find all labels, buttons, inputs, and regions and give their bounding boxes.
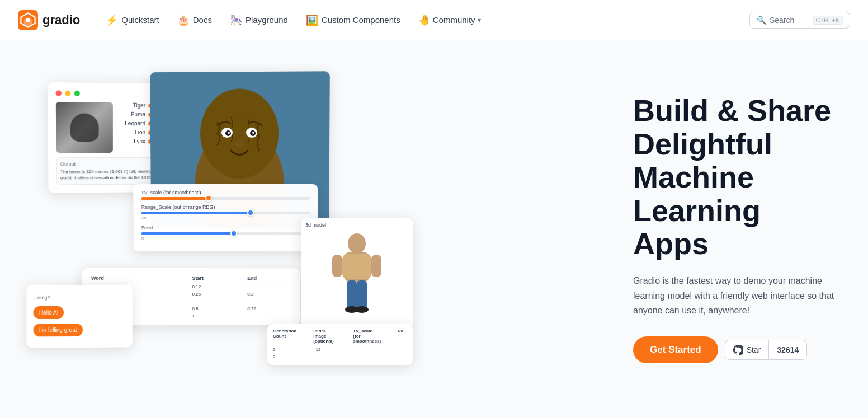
slider-range-label: Range_Scale (out of range RBG) <box>141 204 310 209</box>
slider-seed: Seed 0 25 <box>141 224 310 241</box>
nav-item-custom-components[interactable]: 🖼️ Custom Components <box>298 10 408 31</box>
chat-bubble-hello: Hello AI <box>34 306 126 318</box>
slider-tv-thumb[interactable] <box>205 194 212 201</box>
logo[interactable]: gradio <box>18 10 80 30</box>
dot-red <box>56 90 62 96</box>
hero-text: Build & Share Delightful Machine Learnin… <box>606 94 841 363</box>
cell <box>246 312 294 319</box>
playground-icon: 🎠 <box>230 14 242 26</box>
gen-count-card: Generation Count Initial Image (optional… <box>267 324 413 365</box>
star-button[interactable]: Star 32614 <box>725 340 808 360</box>
cell: 0.8 <box>190 304 246 312</box>
bar-label-leopard: Leopard <box>119 120 145 126</box>
hero-title: Build & Share Delightful Machine Learnin… <box>633 94 841 260</box>
svg-rect-18 <box>371 255 381 277</box>
3d-model-label: 3d model <box>305 222 408 228</box>
gen-col-ra: Ra... <box>398 329 407 344</box>
star-count: 32614 <box>769 341 806 359</box>
hero-description: Gradio is the fastest way to demo your m… <box>633 274 834 318</box>
playground-label: Playground <box>246 15 288 25</box>
svg-rect-16 <box>342 254 371 279</box>
slider-max-right: 25 <box>141 215 147 221</box>
cell: 0.12 <box>190 283 246 291</box>
svg-point-14 <box>348 233 366 254</box>
hero-actions: Get Started Star 32614 <box>633 336 841 363</box>
gradio-logo-icon <box>18 10 38 30</box>
svg-rect-17 <box>332 255 342 277</box>
slider-seed-nums: 0 25 <box>141 236 310 241</box>
quickstart-icon: ⚡ <box>106 14 118 26</box>
gen-row-1: 2 12 <box>273 346 407 353</box>
nav-item-playground[interactable]: 🎠 Playground <box>222 10 296 31</box>
get-started-button[interactable]: Get Started <box>633 336 718 363</box>
quickstart-label: Quickstart <box>121 15 159 25</box>
gen-row-2: 2 <box>273 353 407 360</box>
community-chevron-icon: ▾ <box>478 16 481 24</box>
slider-seed-label: Seed <box>141 224 310 230</box>
community-label: Community <box>433 15 475 25</box>
search-placeholder: Search <box>770 16 794 25</box>
gen-header: Generation Count Initial Image (optional… <box>273 329 407 344</box>
chat-bubble-text-1: Hello AI <box>34 306 64 318</box>
svg-rect-20 <box>357 280 367 310</box>
custom-components-label: Custom Components <box>322 15 400 25</box>
col-end: End <box>245 274 293 283</box>
github-icon <box>733 345 743 355</box>
svg-point-22 <box>355 306 369 313</box>
search-box[interactable]: 🔍 Search CTRL+K <box>749 12 850 29</box>
sliders-card: TV_scale (for smoothness) Range_Scale (o… <box>133 184 318 251</box>
logo-text: gradio <box>43 13 80 27</box>
gen-col-init: Initial Image (optional) <box>313 329 336 344</box>
model-figure <box>312 231 402 321</box>
gen-cell: 2 <box>273 347 275 352</box>
nav-item-docs[interactable]: 🎂 Docs <box>169 10 220 31</box>
human-figure-svg <box>312 231 402 321</box>
slider-tv-label: TV_scale (for smoothness) <box>141 189 310 195</box>
cell: 0.26 <box>190 291 246 298</box>
chat-card: ...oing? Hello AI I'm felling great <box>26 284 132 348</box>
dot-yellow <box>65 90 70 96</box>
search-shortcut: CTRL+K <box>813 16 843 25</box>
hero-section: Tiger Puma Leopard <box>0 40 868 417</box>
chat-question-text: ...oing? <box>34 294 50 300</box>
slider-tv-scale: TV_scale (for smoothness) <box>141 189 310 199</box>
slider-range-scale: Range_Scale (out of range RBG) 25 <box>141 204 310 220</box>
docs-label: Docs <box>193 15 212 25</box>
navbar: gradio ⚡ Quickstart 🎂 Docs 🎠 Playground … <box>0 0 868 40</box>
chat-question-line: ...oing? <box>34 291 126 302</box>
chat-bubble-feeling: I'm felling great <box>34 323 126 336</box>
classifier-image <box>56 101 113 152</box>
3d-model-card: 3d model <box>301 218 413 330</box>
cell: 0.2 <box>245 291 293 298</box>
slider-seed-fill <box>141 232 234 235</box>
hero-visual: Tiger Puma Leopard <box>27 67 606 391</box>
bar-label-lion: Lion <box>119 129 145 135</box>
gen-cell: 2 <box>273 354 275 359</box>
slider-seed-min: 0 <box>141 236 144 241</box>
cell <box>245 297 293 304</box>
slider-tv-track <box>141 196 310 199</box>
slider-seed-thumb[interactable] <box>230 229 237 236</box>
community-icon: 🤚 <box>418 14 431 26</box>
gen-col-tv: TV_scale (for smoothness) <box>353 329 381 344</box>
slider-range-thumb[interactable] <box>247 209 254 215</box>
chat-bubble-text-2: I'm felling great <box>34 323 83 336</box>
nav-item-community[interactable]: 🤚 Community ▾ <box>411 10 489 31</box>
svg-point-6 <box>200 88 279 179</box>
star-label-area[interactable]: Star <box>725 340 770 359</box>
cell <box>190 297 246 304</box>
dot-green <box>74 90 80 96</box>
nav-item-quickstart[interactable]: ⚡ Quickstart <box>98 10 167 31</box>
star-label: Star <box>747 345 761 354</box>
slider-seed-track <box>141 232 310 235</box>
bar-label-puma: Puma <box>119 111 145 117</box>
slider-tv-fill <box>141 197 208 200</box>
gen-cell: 12 <box>315 347 320 352</box>
docs-icon: 🎂 <box>177 14 190 26</box>
cell: 0.72 <box>245 304 293 312</box>
custom-components-icon: 🖼️ <box>306 14 318 26</box>
col-start: Start <box>190 274 246 283</box>
search-icon: 🔍 <box>757 16 766 25</box>
bar-label-lynx: Lynx <box>119 138 145 144</box>
svg-point-3 <box>26 18 30 22</box>
